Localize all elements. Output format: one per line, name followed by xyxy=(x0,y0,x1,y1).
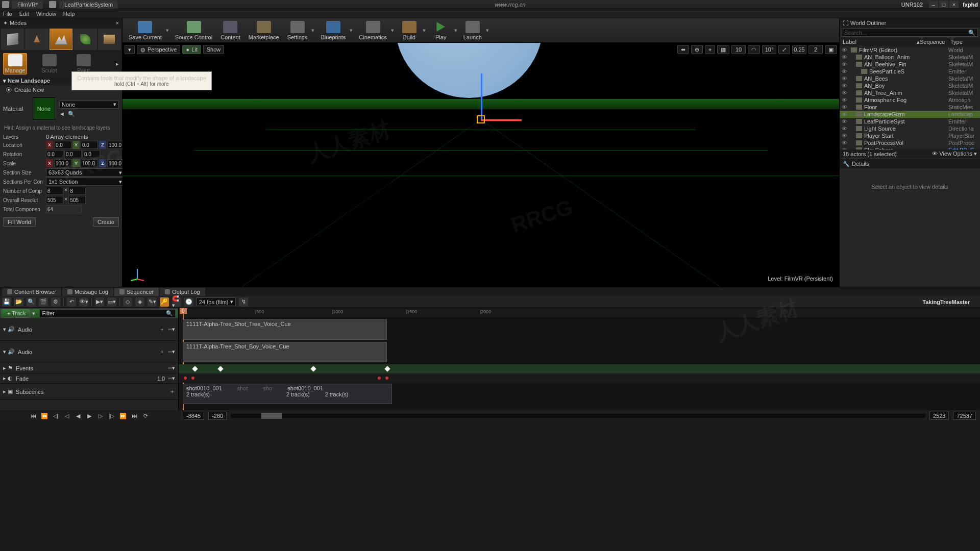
loop-icon[interactable]: ⟳ xyxy=(141,412,150,419)
viewport-options[interactable]: ▾ xyxy=(125,45,135,54)
play-button[interactable]: Play xyxy=(429,20,453,41)
fade-key[interactable] xyxy=(184,377,187,380)
angle-snap[interactable]: ◠ xyxy=(748,45,760,54)
visibility-icon[interactable]: 👁 xyxy=(842,111,848,117)
chevron-down-icon[interactable]: ▾ xyxy=(310,20,315,41)
tab-output-log[interactable]: Output Log xyxy=(160,288,205,296)
create-button[interactable]: Create xyxy=(93,217,119,227)
event-key[interactable] xyxy=(384,366,390,371)
menu-file[interactable]: File xyxy=(3,11,12,17)
play-forward-icon[interactable]: ▶ xyxy=(85,412,93,419)
fade-value[interactable]: 1.0 xyxy=(157,375,165,382)
event-key[interactable] xyxy=(192,366,198,371)
step-back-icon[interactable]: ◁ xyxy=(63,412,71,419)
range-out[interactable]: 2523 xyxy=(929,412,949,420)
outliner-row[interactable]: 👁Atmospheric FogAtmosph xyxy=(840,96,980,104)
visibility-icon[interactable]: 👁 xyxy=(842,118,848,124)
tab-content-browser[interactable]: Content Browser xyxy=(2,288,61,296)
location-y[interactable]: 0.0 xyxy=(81,141,98,149)
visibility-icon[interactable]: 👁 xyxy=(842,61,848,67)
track-audio-2[interactable]: ▾ 🔊Audio＋◦◦▾ xyxy=(0,341,178,363)
material-back-icon[interactable]: ◄ xyxy=(59,111,65,117)
seq-search-icon[interactable]: 🔍 xyxy=(27,297,36,307)
visibility-icon[interactable]: 👁 xyxy=(842,97,848,103)
surface-snap[interactable]: ⌖ xyxy=(705,45,715,54)
chevron-down-icon[interactable]: ▾ xyxy=(485,20,490,41)
modes-close[interactable]: × xyxy=(116,20,119,26)
material-browse-icon[interactable]: 🔍 xyxy=(68,111,75,117)
col-label[interactable]: Label xyxy=(843,39,917,45)
track-filter[interactable]: Filter🔍 xyxy=(39,309,176,318)
scale-snap[interactable]: ⤢ xyxy=(778,45,790,54)
goto-start-icon[interactable]: ⏮ xyxy=(29,412,37,419)
outliner-row[interactable]: 👁AN_Beehive_FinSkeletalM xyxy=(840,61,980,68)
viewport[interactable]: ▾ ◍ Perspective ● Lit Show ⬌ ⊕ ⌖ ▦ 10 ◠ … xyxy=(122,43,839,287)
gizmo-origin[interactable] xyxy=(477,115,485,123)
scale-y[interactable]: 100.0 xyxy=(81,159,98,167)
range-scrollbar[interactable] xyxy=(231,414,925,418)
audio-clip-1[interactable]: 1111T-Alpha-Tree_Shot_Tree_Voice_Cue xyxy=(183,319,387,340)
tab-message-log[interactable]: Message Log xyxy=(62,288,113,296)
outliner-row[interactable]: 👁BeesParticleSEmitter xyxy=(840,68,980,75)
subscene-region[interactable]: shot0010_001shotshoshot0010_001 2 track(… xyxy=(183,384,392,404)
seq-curve-editor-icon[interactable]: ↯ xyxy=(239,297,248,307)
outliner-row[interactable]: 👁LeafParticleSystEmitter xyxy=(840,118,980,125)
outliner-row[interactable]: 👁LandscapeGizmLandscap xyxy=(840,111,980,118)
minimize-button[interactable]: – xyxy=(929,1,938,8)
sections-per-dropdown[interactable]: 1x1 Section▾ xyxy=(46,178,125,186)
play-reverse-icon[interactable]: ◀ xyxy=(74,412,82,419)
menu-help[interactable]: Help xyxy=(63,11,75,17)
mode-paint[interactable] xyxy=(25,29,48,50)
timeline-ruler[interactable]: 0 |500 |1000 |1500 |2000 xyxy=(179,308,980,318)
angle-value[interactable]: 10° xyxy=(762,45,776,54)
create-new-radio[interactable] xyxy=(6,87,11,92)
outliner-row[interactable]: 👁AN_BoySkeletalM xyxy=(840,82,980,89)
add-section-icon[interactable]: ＋ xyxy=(169,388,175,395)
show-toggle[interactable]: Show xyxy=(203,45,225,54)
outliner-row[interactable]: 👁AN_BeesSkeletalM xyxy=(840,75,980,82)
gizmo-x-axis[interactable] xyxy=(481,119,522,121)
settings-button[interactable]: Settings xyxy=(284,20,311,41)
step-fwd-frame-icon[interactable]: ⏩ xyxy=(119,412,127,419)
track-subscenes[interactable]: ▸ ▣Subscenes＋ xyxy=(0,384,178,400)
visibility-icon[interactable]: 👁 xyxy=(842,54,848,60)
fade-key[interactable] xyxy=(378,377,381,380)
outliner-row[interactable]: 👁PostProcessVolPostProce xyxy=(840,139,980,146)
col-sequence[interactable]: Sequence xyxy=(920,39,950,45)
scale-x[interactable]: 100.0 xyxy=(54,159,71,167)
seq-curve-icon[interactable]: ✎▾ xyxy=(148,297,157,307)
add-section-icon[interactable]: ＋ xyxy=(159,348,165,356)
mode-place[interactable] xyxy=(1,29,24,50)
range-in2[interactable]: -280 xyxy=(208,412,227,420)
seq-render-icon[interactable]: 🎬 xyxy=(39,297,48,307)
prev-key-icon[interactable]: ◁| xyxy=(52,412,60,419)
add-track-button[interactable]: + Track xyxy=(3,309,30,318)
title-tab-0[interactable]: FilmVR* xyxy=(12,1,43,9)
seq-time-icon[interactable]: 🕒 xyxy=(184,297,193,307)
num-comp-x[interactable]: 8 xyxy=(46,187,63,195)
track-audio-1[interactable]: ▾ 🔊Audio＋◦◦▾ xyxy=(0,318,178,341)
add-track-chevron-icon[interactable]: ▾ xyxy=(32,310,35,317)
num-comp-y[interactable]: 8 xyxy=(68,187,86,195)
seq-view-icon[interactable]: 👁▾ xyxy=(79,297,88,307)
add-section-icon[interactable]: ＋ xyxy=(159,325,165,333)
visibility-icon[interactable]: 👁 xyxy=(842,47,848,53)
scale-value[interactable]: 0.25 xyxy=(792,45,806,54)
seq-key-icon[interactable]: ◇ xyxy=(123,297,132,307)
step-back-frame-icon[interactable]: ⏪ xyxy=(40,412,48,419)
seq-browse-icon[interactable]: 📂 xyxy=(14,297,23,307)
menu-window[interactable]: Window xyxy=(36,11,56,17)
visibility-icon[interactable]: 👁 xyxy=(842,126,848,132)
location-z[interactable]: 100.0 xyxy=(107,141,125,149)
fps-dropdown[interactable]: 24 fps (film)▾ xyxy=(197,297,236,306)
mode-foliage[interactable] xyxy=(74,29,96,50)
menu-edit[interactable]: Edit xyxy=(19,11,29,17)
perspective-toggle[interactable]: ◍ Perspective xyxy=(137,45,180,54)
range-out2[interactable]: 72537 xyxy=(953,412,976,420)
outliner-row[interactable]: 👁Player StartPlayerStar xyxy=(840,132,980,139)
visibility-icon[interactable]: 👁 xyxy=(842,83,848,89)
transform-mode[interactable]: ⬌ xyxy=(677,45,689,54)
camera-speed[interactable]: 2 xyxy=(808,45,823,54)
outliner-row[interactable]: 👁FloorStaticMes xyxy=(840,104,980,111)
col-type[interactable]: Type xyxy=(950,39,977,45)
